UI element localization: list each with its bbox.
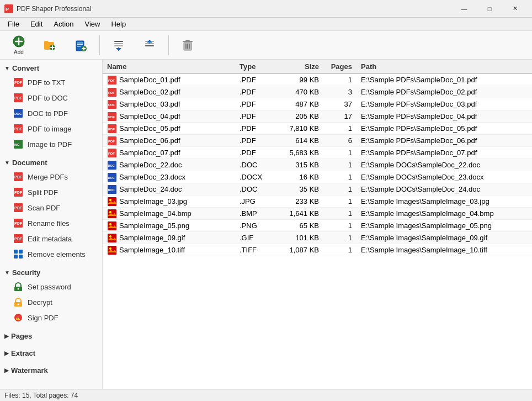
move-down-button[interactable] [135, 33, 164, 57]
svg-text:PDF: PDF [14, 191, 23, 194]
close-button[interactable]: ✕ [502, 0, 528, 18]
sidebar-item-doc-to-pdf[interactable]: DOC DOC to PDF [0, 105, 102, 121]
add-button[interactable]: Add [4, 33, 33, 57]
add-folder-button[interactable] [35, 33, 64, 57]
extract-label: Extract [11, 349, 35, 357]
remove-button[interactable] [173, 33, 202, 57]
sidebar-item-pdf-to-image[interactable]: PDF PDF to image [0, 121, 102, 136]
file-path: E:\Sample PDFs\SampleDoc_01.pdf [357, 75, 532, 85]
col-header-name[interactable]: Name [103, 60, 235, 73]
sidebar-item-scan-pdf[interactable]: PDF Scan PDF [0, 200, 102, 215]
sidebar-section-pages: ▶ Pages [0, 328, 102, 345]
file-path: E:\Sample Images\SampleImage_05.png [357, 220, 532, 231]
table-row[interactable]: SampleImage_03.jpg .JPG 233 KB 1 E:\Samp… [103, 196, 532, 208]
file-size: 101 KB [274, 233, 323, 243]
maximize-button[interactable]: □ [477, 0, 502, 18]
sidebar-section-document: ▼ Document PDF Merge PDFs PDF Split PDF … [0, 154, 102, 264]
remove-elem-icon [13, 249, 23, 259]
minimize-button[interactable]: — [451, 0, 477, 18]
sidebar-item-edit-metadata[interactable]: PDF Edit metadata [0, 231, 102, 246]
table-row[interactable]: PDFSampleDoc_05.pdf .PDF 7,810 KB 1 E:\S… [103, 123, 532, 135]
file-type-icon [107, 221, 117, 230]
sidebar-section-header-pages[interactable]: ▶ Pages [0, 330, 102, 342]
file-pages: 1 [323, 172, 357, 182]
menu-help[interactable]: Help [105, 19, 131, 29]
menu-action[interactable]: Action [48, 19, 79, 29]
file-path: E:\Sample PDFs\SampleDoc_02.pdf [357, 87, 532, 97]
sidebar-item-rename-files[interactable]: PDF Rename files [0, 215, 102, 231]
toolbar: Add [0, 31, 532, 60]
table-row[interactable]: SampleImage_05.png .PNG 65 KB 1 E:\Sampl… [103, 220, 532, 232]
sidebar: ▼ Convert PDF PDF to TXT PDF PDF to DOC … [0, 60, 103, 389]
sidebar-item-merge-pdfs[interactable]: PDF Merge PDFs [0, 169, 102, 184]
svg-point-94 [109, 247, 111, 250]
menu-view[interactable]: View [79, 19, 106, 29]
table-row[interactable]: SampleImage_04.bmp .BMP 1,641 KB 1 E:\Sa… [103, 208, 532, 220]
menu-file[interactable]: File [2, 19, 25, 29]
table-row[interactable]: PDFSampleDoc_07.pdf .PDF 5,683 KB 1 E:\S… [103, 147, 532, 159]
sidebar-section-header-security[interactable]: ▼ Security [0, 266, 102, 279]
table-row[interactable]: PDFSampleDoc_01.pdf .PDF 99 KB 1 E:\Samp… [103, 74, 532, 86]
col-header-path[interactable]: Path [357, 60, 532, 73]
col-header-type[interactable]: Type [235, 60, 274, 73]
svg-text:DOC: DOC [108, 164, 115, 167]
watermark-label: Watermark [11, 366, 48, 374]
sidebar-item-decrypt[interactable]: Decrypt [0, 294, 102, 310]
menu-edit[interactable]: Edit [25, 19, 48, 29]
file-size: 233 KB [274, 196, 323, 207]
table-row[interactable]: PDFSampleDoc_02.pdf .PDF 470 KB 3 E:\Sam… [103, 86, 532, 98]
file-type-icon: PDF [107, 149, 117, 157]
file-pages: 3 [323, 87, 357, 97]
table-row[interactable]: SampleImage_10.tiff .TIFF 1,087 KB 1 E:\… [103, 244, 532, 256]
add-icon [12, 35, 25, 48]
svg-rect-15 [114, 41, 123, 42]
sidebar-item-pdf-to-doc[interactable]: PDF PDF to DOC [0, 90, 102, 105]
table-row[interactable]: DOCSampleDoc_22.doc .DOC 315 KB 1 E:\Sam… [103, 159, 532, 171]
col-header-pages[interactable]: Pages [323, 60, 357, 73]
table-row[interactable]: PDFSampleDoc_04.pdf .PDF 205 KB 17 E:\Sa… [103, 110, 532, 123]
table-row[interactable]: PDFSampleDoc_03.pdf .PDF 487 KB 37 E:\Sa… [103, 98, 532, 110]
move-up-button[interactable] [104, 33, 133, 57]
table-row[interactable]: DOCSampleDoc_23.docx .DOCX 16 KB 1 E:\Sa… [103, 171, 532, 183]
statusbar-text: Files: 15, Total pages: 74 [4, 392, 78, 399]
file-type-icon: PDF [107, 88, 117, 97]
svg-text:PDF: PDF [14, 96, 23, 100]
move-up-icon [112, 39, 125, 52]
file-type-icon: PDF [107, 100, 117, 109]
sidebar-section-header-convert[interactable]: ▼ Convert [0, 62, 102, 75]
sidebar-item-remove-elements[interactable]: Remove elements [0, 246, 102, 262]
svg-rect-22 [145, 45, 154, 46]
svg-text:IMG: IMG [14, 143, 20, 146]
sidebar-item-pdf-to-txt[interactable]: PDF PDF to TXT [0, 75, 102, 90]
app-title: PDF Shaper Professional [17, 5, 451, 13]
svg-point-82 [109, 199, 111, 201]
sidebar-section-header-extract[interactable]: ▶ Extract [0, 347, 102, 360]
sidebar-item-image-to-pdf[interactable]: IMG Image to PDF [0, 136, 102, 152]
svg-rect-84 [108, 209, 116, 218]
file-type: .PDF [235, 135, 274, 146]
file-name: DOCSampleDoc_22.doc [103, 160, 235, 171]
svg-rect-81 [108, 197, 116, 206]
file-type-icon: DOC [107, 161, 117, 170]
table-row[interactable]: PDFSampleDoc_06.pdf .PDF 614 KB 6 E:\Sam… [103, 135, 532, 147]
file-path: E:\Sample DOCs\SampleDoc_22.doc [357, 160, 532, 170]
col-header-size[interactable]: Size [274, 60, 323, 73]
file-type: .BMP [235, 208, 274, 219]
svg-text:P: P [6, 7, 9, 12]
file-type: .PDF [235, 75, 274, 85]
sidebar-item-sign-pdf[interactable]: ✍ Sign PDF [0, 310, 102, 325]
file-type: .DOC [235, 160, 274, 170]
table-row[interactable]: SampleImage_09.gif .GIF 101 KB 1 E:\Samp… [103, 232, 532, 244]
file-name: PDFSampleDoc_03.pdf [103, 99, 235, 110]
svg-rect-17 [114, 45, 123, 46]
sidebar-item-split-pdf[interactable]: PDF Split PDF [0, 184, 102, 200]
file-pages: 1 [323, 123, 357, 134]
add-scan-button[interactable] [66, 33, 95, 57]
file-size: 470 KB [274, 87, 323, 97]
sidebar-item-set-password[interactable]: Set password [0, 279, 102, 294]
table-row[interactable]: DOCSampleDoc_24.doc .DOC 35 KB 1 E:\Samp… [103, 183, 532, 196]
file-type-icon [107, 197, 117, 206]
file-pages: 1 [323, 196, 357, 207]
sidebar-section-header-document[interactable]: ▼ Document [0, 156, 102, 169]
sidebar-section-header-watermark[interactable]: ▶ Watermark [0, 364, 102, 377]
